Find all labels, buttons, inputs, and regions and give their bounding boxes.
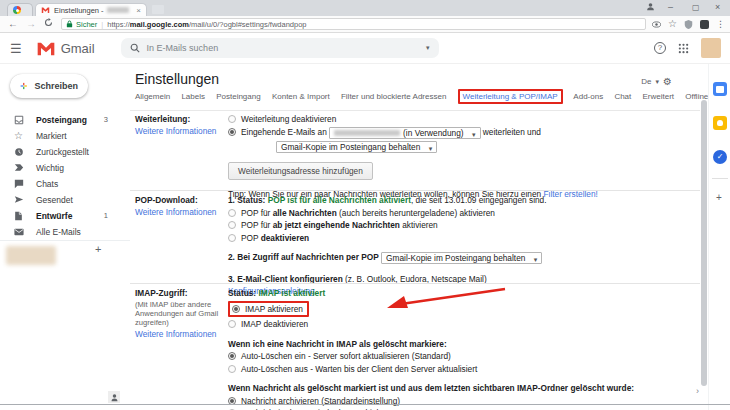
more-info-link[interactable]: Weitere Informationen (135, 207, 228, 217)
envelope-icon (14, 228, 36, 236)
vertical-scrollbar[interactable] (701, 100, 707, 386)
sidebar-item-posteingang[interactable]: Posteingang 3 (0, 112, 126, 127)
maximize-button[interactable]: ▢ (692, 2, 700, 13)
radio-autodelete-on[interactable] (228, 352, 236, 360)
more-info-link[interactable]: Weitere Informationen (135, 126, 228, 136)
gmail-logo-icon (36, 41, 56, 56)
send-icon (14, 195, 36, 204)
back-icon[interactable]: ← (8, 17, 18, 31)
contacts-person-icon[interactable] (108, 391, 120, 403)
tab-weiterleitung-pop-imap[interactable]: Weiterleitung & POP/IMAP (463, 92, 558, 101)
tab-labels[interactable]: Labels (181, 92, 205, 101)
bookmark-star-icon[interactable]: ☆ (668, 19, 677, 29)
tab-chat[interactable]: Chat (614, 92, 631, 101)
pop-access-select[interactable]: Gmail-Kopie im Posteingang behalten (381, 252, 542, 264)
tab-addons[interactable]: Add-ons (573, 92, 603, 101)
tab-close-icon[interactable]: × (136, 6, 141, 15)
extension-shield-icon[interactable] (684, 20, 693, 29)
add-forwarding-address-button[interactable]: Weiterleitungsadresse hinzufügen (228, 162, 373, 180)
settings-tabs: Allgemein Labels Posteingang Konten & Im… (135, 92, 695, 101)
google-favicon-icon (13, 6, 21, 14)
annotation-imap-highlight: IMAP aktivieren (228, 301, 309, 317)
keep-copy-select[interactable]: Gmail-Kopie im Posteingang behalten (276, 141, 437, 153)
radio-pop-disable[interactable] (228, 234, 236, 242)
preview-eye-icon[interactable] (652, 20, 661, 29)
tab-title: Einstellungen - (54, 6, 104, 15)
radio-imap-enable[interactable] (232, 305, 240, 313)
radio-label: Weiterleitung deaktivieren (241, 114, 336, 124)
side-panel-collapse-icon[interactable]: › (696, 386, 699, 396)
tasks-icon[interactable]: ✓ (713, 150, 727, 164)
profile-icon[interactable] (646, 2, 655, 14)
account-avatar[interactable] (701, 38, 721, 58)
sidebar-item-entwuerfe[interactable]: Entwürfe 1 (0, 208, 126, 223)
section-imap-zugriff: IMAP-Zugriff: (Mit IMAP über andere Anwe… (135, 288, 697, 410)
compose-button[interactable]: Schreiben (10, 74, 88, 98)
minimize-button[interactable]: – (668, 2, 673, 13)
pop-status: 1. Status: POP ist für alle Nachrichten … (228, 195, 697, 205)
radio-row-pop-all: POP für alle Nachrichten (auch bereits h… (228, 208, 697, 218)
radio-row-autodelete-on: Auto-Löschen ein - Server sofort aktuali… (228, 351, 697, 361)
search-options-caret-icon[interactable]: ▾ (426, 44, 430, 52)
tabs-divider (130, 110, 700, 111)
tab-allgemein[interactable]: Allgemein (135, 92, 170, 101)
sidebar-item-markiert[interactable]: ☆ Markiert (0, 128, 126, 143)
radio-forwarding-enable[interactable] (228, 128, 236, 136)
radio-forwarding-disable[interactable] (228, 115, 236, 123)
tab-title-redacted (107, 7, 129, 13)
tab-filter[interactable]: Filter und blockierte Adressen (341, 92, 446, 101)
radio-imap-disable[interactable] (228, 320, 236, 328)
search-bar[interactable]: In E-Mails suchen ▾ (121, 38, 439, 58)
draft-count: 1 (104, 211, 108, 220)
compose-plus-icon (20, 80, 27, 92)
hamburger-menu-icon[interactable]: ☰ (10, 41, 22, 56)
sidebar-item-label: Zurückgestellt (36, 147, 89, 157)
radio-row-pop-from-now: POP für ab jetzt eingehende Nachrichten … (228, 220, 697, 230)
extension-icon[interactable] (700, 20, 709, 29)
gear-icon[interactable]: ⚙ (663, 76, 672, 87)
close-button[interactable]: × (715, 2, 720, 13)
radio-autodelete-off[interactable] (228, 365, 236, 373)
tab-erweitert[interactable]: Erweitert (643, 92, 675, 101)
browser-tab-other[interactable] (7, 3, 33, 16)
language-caret-icon[interactable]: ▾ (656, 78, 660, 86)
sidebar-item-wichtig[interactable]: Wichtig (0, 160, 126, 175)
sidebar-item-label: Markiert (36, 131, 67, 141)
right-side-panel: ✓ + (708, 64, 730, 410)
sidebar-item-alle-emails[interactable]: Alle E-Mails (0, 224, 126, 239)
search-placeholder: In E-Mails suchen (147, 43, 426, 53)
radio-pop-all[interactable] (228, 209, 236, 217)
reload-icon[interactable] (44, 17, 53, 31)
compose-label: Schreiben (34, 81, 78, 91)
new-tab-button[interactable] (152, 5, 164, 14)
sidebar-item-gesendet[interactable]: Gesendet (0, 192, 126, 207)
sidebar-item-label: Chats (36, 179, 58, 189)
browser-window: Einstellungen - × – ▢ × ← → Sicher | htt… (0, 0, 730, 410)
help-icon[interactable]: ? (654, 42, 666, 54)
url-field[interactable]: Sicher | https://mail.google.com/mail/u/… (61, 18, 646, 30)
add-section-icon[interactable]: + (95, 243, 101, 255)
forward-icon[interactable]: → (26, 17, 36, 31)
url-separator: | (101, 20, 103, 29)
calendar-icon[interactable] (713, 82, 727, 96)
radio-row-imap-disable: IMAP deaktivieren (228, 319, 697, 329)
secure-lock-icon (66, 20, 73, 28)
language-selector[interactable]: De (641, 77, 651, 86)
radio-label: Eingehende E-Mails an (241, 127, 327, 137)
browser-menu-icon[interactable]: ⋮ (716, 19, 725, 29)
more-info-link[interactable]: Weitere Informationen (135, 329, 228, 339)
apps-grid-icon[interactable] (678, 43, 689, 54)
radio-pop-from-now[interactable] (228, 221, 236, 229)
tab-posteingang[interactable]: Posteingang (216, 92, 260, 101)
forward-address-select[interactable]: (in Verwendung) (329, 127, 480, 139)
keep-icon[interactable] (713, 116, 727, 130)
clock-icon (14, 147, 36, 157)
tab-konten-import[interactable]: Konten & Import (272, 92, 330, 101)
sidebar-item-label: Gesendet (36, 195, 73, 205)
sidebar-item-zurueckgestellt[interactable]: Zurückgestellt (0, 144, 126, 159)
radio-row-pop-disable: POP deaktivieren (228, 233, 697, 243)
browser-tab-active[interactable]: Einstellungen - × (35, 3, 147, 16)
sidebar-item-chats[interactable]: Chats (0, 176, 126, 191)
sidebar-item-label: Entwürfe (36, 211, 72, 221)
add-addon-icon[interactable]: + (716, 192, 722, 203)
